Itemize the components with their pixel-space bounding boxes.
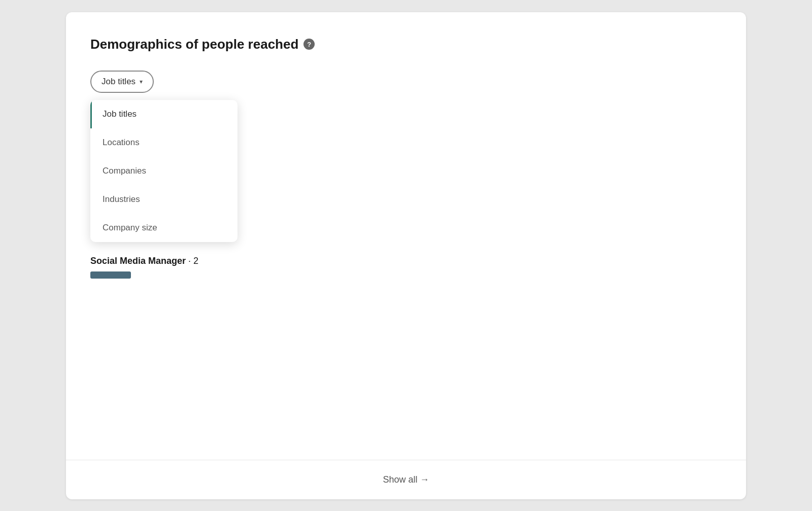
chevron-down-icon: ▾ xyxy=(140,78,143,85)
data-item-name: Social Media Manager xyxy=(90,256,186,266)
dropdown-button[interactable]: Job titles ▾ xyxy=(90,71,154,93)
data-item-label: Social Media Manager · 2 xyxy=(90,256,722,266)
dropdown-item-label: Locations xyxy=(103,138,140,147)
data-item-count: 2 xyxy=(193,256,198,266)
show-all-label: Show all → xyxy=(383,474,429,485)
dropdown-item-job-titles[interactable]: Job titles xyxy=(90,100,238,128)
help-icon[interactable]: ? xyxy=(303,39,315,50)
dropdown-menu: Job titles Locations Companies Industrie… xyxy=(90,100,238,242)
data-item-social-media-manager: Social Media Manager · 2 xyxy=(90,256,722,279)
dropdown-item-locations[interactable]: Locations xyxy=(90,128,238,157)
card-body: Demographics of people reached ? Job tit… xyxy=(66,12,746,460)
dropdown-item-companies[interactable]: Companies xyxy=(90,157,238,185)
data-bar xyxy=(90,271,131,279)
show-all-button[interactable]: Show all → xyxy=(383,474,429,485)
dropdown-item-industries[interactable]: Industries xyxy=(90,185,238,214)
dropdown-item-company-size[interactable]: Company size xyxy=(90,214,238,242)
dropdown-item-label: Companies xyxy=(103,166,146,176)
demographics-card: Demographics of people reached ? Job tit… xyxy=(66,12,746,499)
page-title-text: Demographics of people reached xyxy=(90,37,298,52)
data-item-separator: · xyxy=(188,256,193,266)
dropdown-item-label: Industries xyxy=(103,194,140,204)
card-footer: Show all → xyxy=(66,460,746,499)
dropdown-wrapper: Job titles ▾ Job titles Locations Compan… xyxy=(90,71,154,93)
dropdown-item-label: Company size xyxy=(103,223,157,232)
page-title: Demographics of people reached ? xyxy=(90,37,722,52)
dropdown-button-label: Job titles xyxy=(101,77,136,87)
dropdown-item-label: Job titles xyxy=(103,109,137,119)
